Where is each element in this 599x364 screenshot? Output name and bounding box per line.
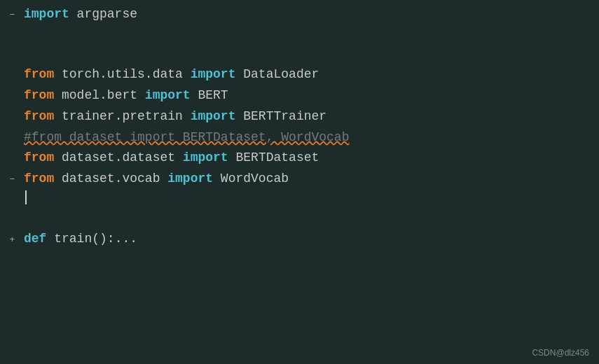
keyword-from-8: from xyxy=(24,169,54,189)
fold-minus-icon: − xyxy=(10,10,15,20)
line-content-5: from trainer.pretrain import BERTTrainer xyxy=(24,107,592,127)
keyword-import-4: import xyxy=(145,86,191,106)
code-line-7: from dataset.dataset import BERTDataset xyxy=(0,148,599,169)
watermark: CSDN@dlz456 xyxy=(532,346,589,360)
module-3: torch.utils.data xyxy=(54,65,190,85)
module-5: trainer.pretrain xyxy=(54,107,190,127)
keyword-import-7: import xyxy=(183,148,228,168)
keyword-import-8: import xyxy=(167,169,213,189)
keyword-def: def xyxy=(24,230,46,249)
module-name: argparse xyxy=(69,5,137,24)
line-content-cursor xyxy=(24,190,592,204)
code-line-empty-1 xyxy=(0,25,599,45)
text-cursor xyxy=(25,190,27,204)
keyword-from-4: from xyxy=(24,86,54,106)
line-content-1: import argparse xyxy=(24,5,592,24)
code-editor: − import argparse from torch.utils.data … xyxy=(0,0,599,364)
identifier-8: WordVocab xyxy=(213,169,289,189)
module-7: dataset.dataset xyxy=(54,148,183,168)
code-line-4: from model.bert import BERT xyxy=(0,85,599,106)
line-content-def: def train(): ... xyxy=(24,230,592,249)
module-8: dataset.vocab xyxy=(54,169,167,189)
code-line-1: − import argparse xyxy=(0,4,599,25)
line-content-6: #from dataset import BERTDataset, WordVo… xyxy=(24,128,592,148)
keyword-import-3: import xyxy=(191,65,236,85)
code-line-5: from trainer.pretrain import BERTTrainer xyxy=(0,106,599,127)
code-line-6: #from dataset import BERTDataset, WordVo… xyxy=(0,127,599,148)
keyword-from-3: from xyxy=(24,65,54,85)
identifier-4: BERT xyxy=(191,86,228,106)
keyword-import-5: import xyxy=(191,107,236,127)
code-line-8: − from dataset.vocab import WordVocab xyxy=(0,169,599,190)
keyword-from-7: from xyxy=(24,148,54,168)
keyword-import: import xyxy=(24,5,69,24)
fold-plus-icon: + xyxy=(10,235,15,244)
ellipsis: ... xyxy=(115,230,137,249)
code-line-empty-2 xyxy=(0,45,599,64)
fold-gutter-1: − xyxy=(6,10,21,20)
module-4: model.bert xyxy=(54,86,145,106)
fold-gutter-def: + xyxy=(6,235,21,244)
line-content-4: from model.bert import BERT xyxy=(24,86,592,106)
identifier-7: BERTDataset xyxy=(228,148,319,168)
code-line-def: + def train(): ... xyxy=(0,229,599,250)
code-line-empty-3 xyxy=(0,209,599,229)
fold-gutter-8: − xyxy=(6,175,21,184)
comment-text: #from dataset import BERTDataset, WordVo… xyxy=(24,128,349,148)
line-content-7: from dataset.dataset import BERTDataset xyxy=(24,148,592,168)
function-name: train(): xyxy=(46,230,114,249)
identifier-3: DataLoader xyxy=(235,65,319,85)
code-line-cursor xyxy=(0,190,599,209)
line-content-8: from dataset.vocab import WordVocab xyxy=(24,169,592,189)
keyword-from-5: from xyxy=(24,107,54,127)
identifier-5: BERTTrainer xyxy=(235,107,326,127)
line-content-3: from torch.utils.data import DataLoader xyxy=(24,65,592,85)
code-line-3: from torch.utils.data import DataLoader xyxy=(0,64,599,85)
fold-minus-icon-8: − xyxy=(10,175,15,184)
